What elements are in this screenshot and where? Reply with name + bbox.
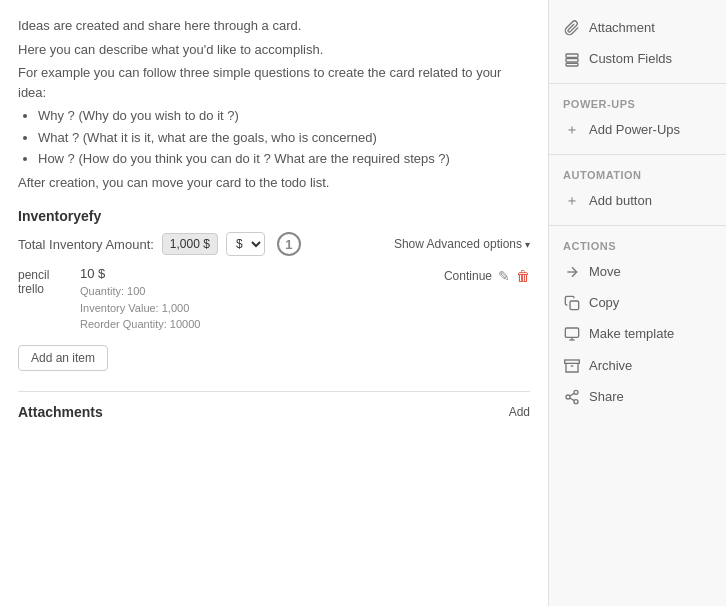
- divider-3: [549, 225, 726, 226]
- bullet-2: What ? (What it is it, what are the goal…: [38, 128, 530, 148]
- step-badge: 1: [277, 232, 301, 256]
- svg-point-10: [574, 390, 578, 394]
- copy-label: Copy: [589, 295, 619, 310]
- continue-button[interactable]: Continue: [444, 269, 492, 283]
- sidebar-item-custom-fields[interactable]: Custom Fields: [549, 43, 726, 74]
- share-icon: [563, 388, 581, 405]
- intro-line3: For example you can follow three simple …: [18, 63, 530, 102]
- svg-rect-2: [566, 63, 578, 66]
- attachment-icon: [563, 19, 581, 36]
- svg-rect-1: [566, 58, 578, 61]
- intro-line1: Ideas are created and share here through…: [18, 16, 530, 36]
- svg-line-14: [570, 393, 575, 396]
- move-label: Move: [589, 264, 621, 279]
- item-name: pencil trello: [18, 266, 68, 296]
- powerups-section: Power-Ups ＋ Add Power-Ups: [549, 88, 726, 150]
- archive-icon: [563, 356, 581, 373]
- section-title: Inventoryefy: [18, 208, 530, 224]
- powerups-section-title: Power-Ups: [549, 92, 726, 114]
- archive-label: Archive: [589, 358, 632, 373]
- main-panel: Ideas are created and share here through…: [0, 0, 548, 606]
- plus-icon-automation: ＋: [563, 192, 581, 210]
- inventory-row: pencil trello 10 $ Quantity: 100 Invento…: [18, 266, 530, 333]
- edit-item-button[interactable]: ✎: [498, 268, 510, 284]
- svg-rect-0: [566, 54, 578, 57]
- sidebar-item-add-button[interactable]: ＋ Add button: [549, 185, 726, 217]
- svg-rect-5: [565, 328, 578, 337]
- make-template-label: Make template: [589, 326, 674, 341]
- move-icon: [563, 263, 581, 280]
- actions-section-title: Actions: [549, 234, 726, 256]
- actions-section: Actions Move Copy: [549, 230, 726, 416]
- sidebar: Attachment Custom Fields Power-Ups ＋ Add…: [548, 0, 726, 606]
- bullet-1: Why ? (Why do you wish to do it ?): [38, 106, 530, 126]
- item-meta: Quantity: 100 Inventory Value: 1,000 Reo…: [80, 283, 432, 333]
- add-button-label: Add button: [589, 193, 652, 208]
- item-details: 10 $ Quantity: 100 Inventory Value: 1,00…: [80, 266, 432, 333]
- intro-line4: After creation, you can move your card t…: [18, 173, 530, 193]
- divider-2: [549, 154, 726, 155]
- svg-point-11: [566, 395, 570, 399]
- amount-input[interactable]: 1,000 $: [162, 233, 218, 255]
- custom-fields-icon: [563, 50, 581, 67]
- svg-rect-4: [570, 301, 579, 310]
- sidebar-item-attachment[interactable]: Attachment: [549, 12, 726, 43]
- attachment-label: Attachment: [589, 20, 655, 35]
- bullet-3: How ? (How do you think you can do it ? …: [38, 149, 530, 169]
- add-powerups-label: Add Power-Ups: [589, 122, 680, 137]
- sidebar-item-add-powerups[interactable]: ＋ Add Power-Ups: [549, 114, 726, 146]
- attachments-section: Attachments Add: [18, 391, 530, 420]
- template-icon: [563, 325, 581, 342]
- item-price: 10 $: [80, 266, 432, 281]
- inventory-label: Total Inventory Amount:: [18, 237, 154, 252]
- add-item-button[interactable]: Add an item: [18, 345, 108, 371]
- svg-point-12: [574, 400, 578, 404]
- attachments-title: Attachments: [18, 404, 103, 420]
- svg-rect-8: [565, 360, 580, 363]
- item-actions: Continue ✎ 🗑: [444, 266, 530, 284]
- svg-line-13: [570, 398, 575, 401]
- intro-line2: Here you can describe what you'd like to…: [18, 40, 530, 60]
- delete-item-button[interactable]: 🗑: [516, 268, 530, 284]
- divider-1: [549, 83, 726, 84]
- sidebar-attachment-section: Attachment Custom Fields: [549, 8, 726, 79]
- automation-section: Automation ＋ Add button: [549, 159, 726, 221]
- automation-section-title: Automation: [549, 163, 726, 185]
- inventory-header: Total Inventory Amount: 1,000 $ $ € 1 Sh…: [18, 232, 530, 256]
- share-label: Share: [589, 389, 624, 404]
- currency-select[interactable]: $ €: [226, 232, 265, 256]
- sidebar-item-archive[interactable]: Archive: [549, 349, 726, 380]
- show-advanced-button[interactable]: Show Advanced options ▾: [394, 237, 530, 251]
- sidebar-item-move[interactable]: Move: [549, 256, 726, 287]
- sidebar-item-share[interactable]: Share: [549, 381, 726, 412]
- plus-icon-powerups: ＋: [563, 121, 581, 139]
- intro-section: Ideas are created and share here through…: [18, 16, 530, 192]
- chevron-down-icon: ▾: [525, 239, 530, 250]
- add-attachment-button[interactable]: Add: [509, 405, 530, 419]
- custom-fields-label: Custom Fields: [589, 51, 672, 66]
- copy-icon: [563, 294, 581, 311]
- sidebar-item-copy[interactable]: Copy: [549, 287, 726, 318]
- sidebar-item-make-template[interactable]: Make template: [549, 318, 726, 349]
- intro-bullets: Why ? (Why do you wish to do it ?) What …: [38, 106, 530, 169]
